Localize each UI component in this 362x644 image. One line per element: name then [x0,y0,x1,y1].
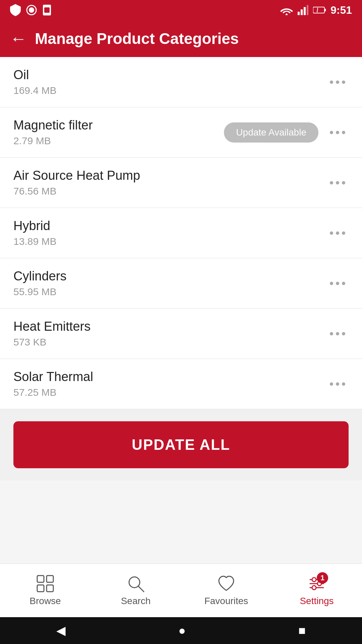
category-name: Cylinders [13,269,326,283]
category-size: 55.95 MB [13,286,326,298]
dot-icon [330,80,333,84]
more-options-button[interactable] [326,278,349,288]
svg-rect-6 [304,7,306,15]
category-info: Hybrid13.89 MB [13,219,326,247]
svg-line-17 [138,586,144,592]
nav-label-search: Search [121,596,151,606]
svg-point-21 [312,578,316,582]
wifi-icon [280,5,293,15]
dot-icon [330,332,333,335]
category-right [326,379,349,389]
nav-item-search[interactable]: Search [90,575,181,606]
nav-label-browse: Browse [29,596,61,606]
shield-icon [10,4,21,16]
dot-icon [336,282,339,285]
category-item: Air Source Heat Pump76.56 MB [0,158,362,208]
back-button[interactable]: ← [10,30,27,47]
category-size: 13.89 MB [13,236,326,247]
category-right [326,329,349,339]
dot-icon [330,282,333,285]
category-right [326,278,349,288]
dot-icon [342,282,345,285]
settings-icon-wrapper: 1 [308,575,325,592]
dot-icon [336,382,339,386]
dot-icon [330,231,333,235]
update-all-container: UPDATE ALL [0,409,362,480]
categories-list: Oil169.4 MBMagnetic filter2.79 MBUpdate … [0,57,362,409]
category-size: 169.4 MB [13,85,326,96]
bottom-nav: Browse Search Favourites 1 [0,564,362,617]
svg-point-23 [312,586,316,590]
nav-item-settings[interactable]: 1 Settings [272,575,362,606]
dot-icon [336,80,339,84]
heart-icon [218,575,235,592]
dot-icon [342,231,345,235]
category-item: Hybrid13.89 MB [0,208,362,258]
category-name: Heat Emitters [13,319,326,334]
category-right: Update Available [224,122,349,143]
svg-rect-15 [47,585,53,592]
app-bar: ← Manage Product Categories [0,20,362,57]
svg-rect-9 [325,9,326,11]
nav-label-settings: Settings [300,596,334,606]
dot-icon [330,131,333,134]
dot-icon [330,382,333,386]
more-options-button[interactable] [326,178,349,188]
sim-icon [42,5,52,15]
record-icon [26,5,37,15]
category-right [326,77,349,87]
svg-rect-10 [314,8,320,12]
category-info: Oil169.4 MB [13,68,326,96]
nav-item-favourites[interactable]: Favourites [181,575,272,606]
status-time: 9:51 [330,4,352,16]
category-item: Solar Thermal57.25 MB [0,359,362,409]
svg-rect-5 [301,9,303,15]
status-icons-right: 9:51 [280,4,352,16]
category-info: Air Source Heat Pump76.56 MB [13,168,326,197]
svg-rect-13 [47,576,53,582]
dot-icon [336,332,339,335]
dot-icon [336,231,339,235]
system-back-button[interactable]: ◀ [56,624,66,638]
category-name: Hybrid [13,219,326,233]
category-info: Magnetic filter2.79 MB [13,118,224,147]
category-item: Cylinders55.95 MB [0,258,362,309]
category-info: Cylinders55.95 MB [13,269,326,298]
category-name: Oil [13,68,326,82]
signal-icon [298,5,308,15]
category-right [326,178,349,188]
status-icons-left [10,4,52,16]
settings-badge: 1 [317,572,328,584]
category-right [326,228,349,238]
category-info: Heat Emitters573 KB [13,319,326,348]
nav-item-browse[interactable]: Browse [0,575,90,606]
more-options-button[interactable] [326,329,349,339]
svg-rect-12 [37,576,44,582]
dot-icon [336,131,339,134]
more-options-button[interactable] [326,77,349,87]
dot-icon [342,80,345,84]
nav-label-favourites: Favourites [204,596,248,606]
page-title: Manage Product Categories [35,30,239,48]
dot-icon [330,181,333,184]
category-item: Oil169.4 MB [0,57,362,107]
update-available-badge[interactable]: Update Available [224,122,318,143]
more-options-button[interactable] [326,228,349,238]
more-options-button[interactable] [326,379,349,389]
system-recent-button[interactable]: ■ [298,624,306,638]
system-home-button[interactable]: ● [178,624,186,638]
svg-rect-4 [298,12,300,15]
category-item: Magnetic filter2.79 MBUpdate Available [0,107,362,158]
category-name: Solar Thermal [13,370,326,384]
battery-icon [313,6,326,14]
category-size: 57.25 MB [13,387,326,398]
category-size: 76.56 MB [13,185,326,197]
update-all-button[interactable]: UPDATE ALL [13,421,349,468]
dot-icon [342,382,345,386]
status-bar: 9:51 [0,0,362,20]
system-nav: ◀ ● ■ [0,617,362,644]
dot-icon [336,181,339,184]
svg-rect-3 [44,7,50,13]
dot-icon [342,332,345,335]
more-options-button[interactable] [326,127,349,138]
